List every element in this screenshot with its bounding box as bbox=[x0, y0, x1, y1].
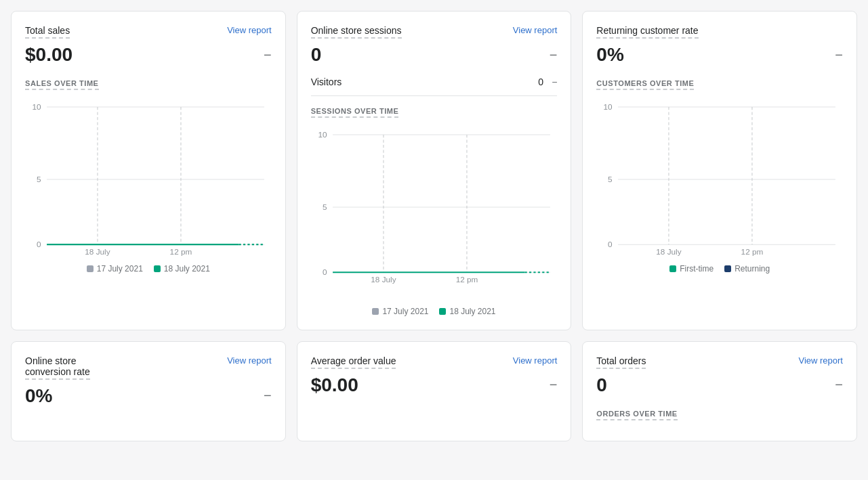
visitors-label: Visitors bbox=[311, 77, 342, 87]
visitors-count: 0 bbox=[538, 77, 543, 87]
customers-chart: 10 5 0 18 July 12 pm bbox=[596, 97, 843, 256]
total-sales-dash: − bbox=[264, 47, 272, 63]
conversion-rate-title-block: Online store conversion rate bbox=[25, 355, 90, 380]
total-orders-value: 0 bbox=[596, 374, 607, 396]
sessions-over-time-label: SESSIONS OVER TIME bbox=[311, 107, 399, 118]
avg-order-card: Average order value View report $0.00 − bbox=[297, 341, 572, 441]
online-sessions-value-row: 0 − bbox=[311, 44, 558, 66]
legend-18-july-label: 18 July 2021 bbox=[164, 264, 210, 274]
sales-chart-legend: 17 July 2021 18 July 2021 bbox=[25, 264, 272, 274]
avg-order-title: Average order value bbox=[311, 355, 396, 369]
sessions-legend-17: 17 July 2021 bbox=[372, 307, 428, 316]
svg-text:0: 0 bbox=[608, 240, 613, 248]
online-sessions-title: Online store sessions bbox=[311, 25, 402, 39]
svg-text:0: 0 bbox=[323, 267, 327, 276]
customers-legend-returning-label: Returning bbox=[735, 264, 770, 274]
customers-over-time-label: CUSTOMERS OVER TIME bbox=[596, 79, 694, 90]
online-sessions-header: Online store sessions View report bbox=[311, 25, 558, 39]
sessions-legend-18-dot bbox=[439, 308, 446, 315]
online-sessions-view-report[interactable]: View report bbox=[513, 25, 558, 35]
returning-customer-value-row: 0% − bbox=[596, 44, 843, 66]
visitors-values: 0 − bbox=[538, 77, 557, 87]
conversion-rate-dash: − bbox=[264, 388, 272, 403]
visitors-row: Visitors 0 − bbox=[311, 77, 558, 96]
svg-text:10: 10 bbox=[32, 102, 41, 111]
total-orders-dash: − bbox=[835, 377, 843, 393]
svg-text:12 pm: 12 pm bbox=[741, 247, 764, 256]
online-sessions-dash: − bbox=[550, 47, 558, 63]
svg-text:5: 5 bbox=[608, 175, 613, 183]
total-orders-header: Total orders View report bbox=[596, 355, 843, 369]
sessions-chart-container: 10 5 0 18 July 12 pm 17 July 2021 bbox=[311, 125, 558, 316]
customers-legend-returning: Returning bbox=[724, 264, 770, 274]
conversion-rate-view-report[interactable]: View report bbox=[227, 355, 272, 366]
sessions-legend-17-dot bbox=[372, 308, 379, 315]
total-orders-card: Total orders View report 0 − ORDERS OVER… bbox=[582, 341, 857, 441]
sales-chart-container: 10 5 0 18 July 12 pm bbox=[25, 97, 272, 274]
visitors-dash: − bbox=[552, 77, 557, 87]
legend-17-july: 17 July 2021 bbox=[87, 264, 143, 274]
customers-legend-first-time-dot bbox=[669, 265, 676, 272]
conversion-rate-card: Online store conversion rate View report… bbox=[11, 341, 286, 441]
online-sessions-card: Online store sessions View report 0 − Vi… bbox=[297, 11, 572, 330]
sessions-legend-17-label: 17 July 2021 bbox=[382, 307, 428, 316]
customers-chart-container: 10 5 0 18 July 12 pm First-time Returnin bbox=[596, 97, 843, 274]
svg-text:18 July: 18 July bbox=[371, 275, 396, 284]
conversion-rate-value-row: 0% − bbox=[25, 385, 272, 407]
sessions-legend-18: 18 July 2021 bbox=[439, 307, 495, 316]
total-orders-view-report[interactable]: View report bbox=[798, 355, 843, 366]
returning-customer-dash: − bbox=[835, 47, 843, 63]
online-sessions-value: 0 bbox=[311, 44, 322, 66]
conversion-rate-header: Online store conversion rate View report bbox=[25, 355, 272, 380]
returning-customer-value: 0% bbox=[596, 44, 623, 66]
returning-customer-card: Returning customer rate 0% − CUSTOMERS O… bbox=[582, 11, 857, 330]
legend-18-july: 18 July 2021 bbox=[154, 264, 210, 274]
total-orders-value-row: 0 − bbox=[596, 374, 843, 396]
sales-chart: 10 5 0 18 July 12 pm bbox=[25, 97, 272, 256]
total-sales-title: Total sales bbox=[25, 25, 70, 39]
avg-order-value-row: $0.00 − bbox=[311, 374, 558, 396]
sessions-chart: 10 5 0 18 July 12 pm bbox=[311, 125, 558, 299]
sessions-legend-18-label: 18 July 2021 bbox=[449, 307, 495, 316]
svg-text:10: 10 bbox=[604, 102, 613, 111]
svg-text:5: 5 bbox=[37, 175, 41, 183]
svg-text:5: 5 bbox=[323, 202, 327, 211]
svg-text:18 July: 18 July bbox=[85, 247, 110, 256]
customers-legend-returning-dot bbox=[724, 265, 731, 272]
avg-order-header: Average order value View report bbox=[311, 355, 558, 369]
customers-chart-legend: First-time Returning bbox=[596, 264, 843, 274]
svg-text:0: 0 bbox=[37, 240, 41, 248]
svg-text:18 July: 18 July bbox=[657, 247, 682, 256]
svg-text:12 pm: 12 pm bbox=[170, 247, 192, 256]
total-orders-title: Total orders bbox=[596, 355, 646, 369]
orders-over-time-label: ORDERS OVER TIME bbox=[596, 410, 677, 420]
total-sales-header: Total sales View report bbox=[25, 25, 272, 39]
avg-order-value: $0.00 bbox=[311, 374, 358, 396]
conversion-rate-value: 0% bbox=[25, 385, 52, 407]
sessions-chart-legend: 17 July 2021 18 July 2021 bbox=[311, 307, 558, 316]
total-sales-value: $0.00 bbox=[25, 44, 73, 66]
sales-over-time-label: SALES OVER TIME bbox=[25, 79, 99, 90]
returning-customer-header: Returning customer rate bbox=[596, 25, 843, 39]
avg-order-dash: − bbox=[550, 377, 558, 393]
customers-legend-first-time-label: First-time bbox=[680, 264, 714, 274]
conversion-rate-title: Online store conversion rate bbox=[25, 355, 90, 380]
returning-customer-title: Returning customer rate bbox=[596, 25, 698, 39]
legend-17-july-label: 17 July 2021 bbox=[97, 264, 143, 274]
svg-text:12 pm: 12 pm bbox=[455, 275, 478, 284]
dashboard-grid: Total sales View report $0.00 − SALES OV… bbox=[11, 11, 857, 441]
total-sales-value-row: $0.00 − bbox=[25, 44, 272, 66]
customers-legend-first-time: First-time bbox=[669, 264, 714, 274]
total-sales-card: Total sales View report $0.00 − SALES OV… bbox=[11, 11, 286, 330]
legend-18-july-dot bbox=[154, 265, 161, 272]
total-sales-view-report[interactable]: View report bbox=[227, 25, 272, 35]
avg-order-view-report[interactable]: View report bbox=[513, 355, 558, 366]
legend-17-july-dot bbox=[87, 265, 94, 272]
svg-text:10: 10 bbox=[318, 130, 327, 139]
